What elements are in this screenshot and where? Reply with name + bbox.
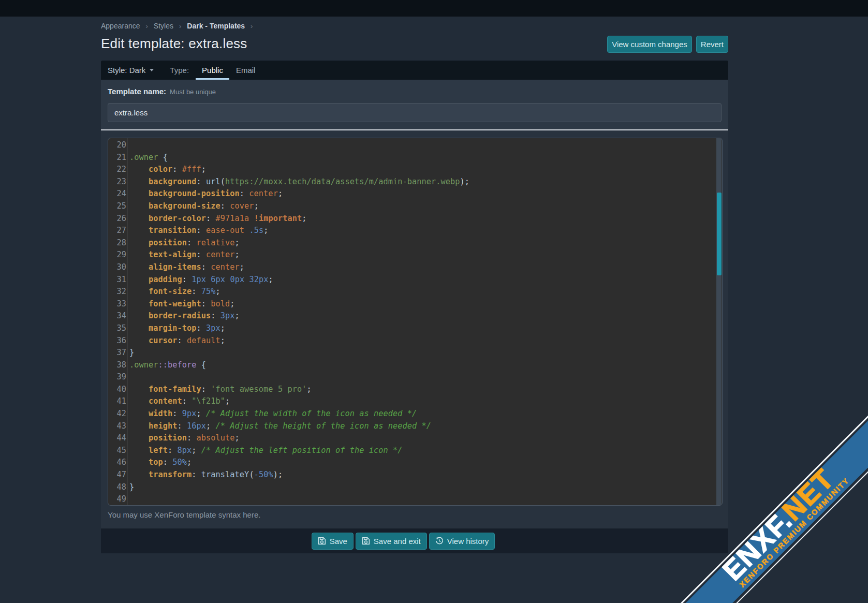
code-line-text: background: url(https://moxx.tech/data/a… xyxy=(129,176,716,188)
line-number: 34 xyxy=(108,310,129,322)
view-history-button[interactable]: View history xyxy=(429,533,495,550)
active-tab-underline xyxy=(196,78,229,80)
editor-hint: You may use XenForo template syntax here… xyxy=(108,510,723,519)
watermark-brand-net: NET xyxy=(776,463,840,526)
revert-button[interactable]: Revert xyxy=(696,36,728,53)
code-line-text: font-weight: bold; xyxy=(129,298,716,311)
code-lines: 2021.owner {22 color: #fff;23 background… xyxy=(108,139,716,506)
code-line-text xyxy=(129,371,716,384)
code-line: 35 margin-top: 3px; xyxy=(108,322,716,335)
line-number: 49 xyxy=(108,493,129,506)
page-title: Edit template: extra.less xyxy=(101,35,247,52)
line-number: 33 xyxy=(108,298,129,311)
tab-email[interactable]: Email xyxy=(236,61,256,80)
code-line: 27 transition: ease-out .5s; xyxy=(108,225,716,237)
editor-section: 2021.owner {22 color: #fff;23 background… xyxy=(101,130,728,528)
watermark-subtitle: XENFORO PREMIUM COMMUNITY xyxy=(738,476,850,589)
template-name-input[interactable] xyxy=(108,103,722,122)
line-number: 23 xyxy=(108,176,129,188)
code-line: 22 color: #fff; xyxy=(108,164,716,176)
breadcrumb-separator-icon: › xyxy=(146,22,148,30)
line-number: 43 xyxy=(108,420,129,433)
code-line-text: background-position: center; xyxy=(129,188,716,200)
save-icon xyxy=(318,537,326,545)
line-number: 20 xyxy=(108,139,129,152)
save-icon xyxy=(362,537,370,545)
code-line: 44 position: absolute; xyxy=(108,432,716,445)
code-line-text: position: relative; xyxy=(129,237,716,249)
style-chooser[interactable]: Style: Dark xyxy=(101,66,154,75)
save-and-exit-button[interactable]: Save and exit xyxy=(356,533,427,550)
line-number: 36 xyxy=(108,335,129,347)
page-content: Appearance › Styles › Dark - Templates ›… xyxy=(101,17,728,553)
code-line: 40 font-family: 'font awesome 5 pro'; xyxy=(108,384,716,396)
template-name-explain: Must be unique xyxy=(170,88,216,96)
line-number: 29 xyxy=(108,249,129,261)
code-line-text: margin-top: 3px; xyxy=(129,322,716,335)
code-line-text: align-items: center; xyxy=(129,261,716,274)
breadcrumb-item-styles[interactable]: Styles xyxy=(154,22,173,30)
code-line: 31 padding: 1px 6px 0px 32px; xyxy=(108,274,716,286)
code-line: 25 background-size: cover; xyxy=(108,200,716,213)
code-line-text: transform: translateY(-50%); xyxy=(129,469,716,481)
code-line-text: height: 16px; /* Adjust the height of th… xyxy=(129,420,716,433)
code-line-text: .owner { xyxy=(129,152,716,164)
save-and-exit-button-label: Save and exit xyxy=(374,537,421,545)
line-number: 37 xyxy=(108,347,129,359)
code-line-text: top: 50%; xyxy=(129,457,716,469)
editor-scrollbar-thumb[interactable] xyxy=(717,193,722,275)
line-number: 48 xyxy=(108,481,129,494)
tab-public-label: Public xyxy=(202,66,223,75)
breadcrumb-item-appearance[interactable]: Appearance xyxy=(101,22,140,30)
code-line-text: font-family: 'font awesome 5 pro'; xyxy=(129,384,716,396)
breadcrumb-separator-icon: › xyxy=(251,22,253,30)
code-line: 37} xyxy=(108,347,716,359)
history-icon xyxy=(435,537,444,545)
code-line: 45 left: 8px; /* Adjust the left positio… xyxy=(108,445,716,457)
tab-email-label: Email xyxy=(236,66,256,75)
footer-action-bar: Save Save and exit View history xyxy=(101,528,728,553)
tab-public[interactable]: Public xyxy=(201,61,224,80)
code-line: 42 width: 9px; /* Adjust the width of th… xyxy=(108,408,716,420)
code-line: 28 position: relative; xyxy=(108,237,716,249)
code-line: 46 top: 50%; xyxy=(108,457,716,469)
line-number: 22 xyxy=(108,164,129,176)
line-number: 26 xyxy=(108,213,129,225)
line-number: 24 xyxy=(108,188,129,200)
code-line: 29 text-align: center; xyxy=(108,249,716,261)
code-line-text: transition: ease-out .5s; xyxy=(129,225,716,237)
line-number: 30 xyxy=(108,261,129,274)
save-button[interactable]: Save xyxy=(312,533,354,550)
code-line: 48} xyxy=(108,481,716,494)
watermark-brand-dot: . xyxy=(770,505,798,533)
code-line-text: content: "\f21b"; xyxy=(129,395,716,408)
code-line-text: .owner::before { xyxy=(129,359,716,372)
view-custom-changes-button[interactable]: View custom changes xyxy=(607,36,692,53)
code-line-text: text-align: center; xyxy=(129,249,716,261)
code-line-text: left: 8px; /* Adjust the left position o… xyxy=(129,445,716,457)
template-name-block: Template name: Must be unique xyxy=(101,80,728,129)
code-line-text: padding: 1px 6px 0px 32px; xyxy=(129,274,716,286)
line-number: 46 xyxy=(108,457,129,469)
code-line: 24 background-position: center; xyxy=(108,188,716,200)
page-header: Edit template: extra.less View custom ch… xyxy=(101,35,728,53)
template-tab-bar: Style: Dark Type: Public Email xyxy=(101,61,728,80)
code-line-text: border-radius: 3px; xyxy=(129,310,716,322)
code-editor[interactable]: 2021.owner {22 color: #fff;23 background… xyxy=(108,138,723,506)
header-actions: View custom changes Revert xyxy=(607,35,728,53)
type-label: Type: xyxy=(170,66,189,75)
code-line: 39 xyxy=(108,371,716,384)
code-line-text: width: 9px; /* Adjust the width of the i… xyxy=(129,408,716,420)
admin-top-bar xyxy=(0,0,868,17)
editor-scrollbar-track[interactable] xyxy=(716,138,722,505)
code-line-text: font-size: 75%; xyxy=(129,286,716,298)
line-number: 35 xyxy=(108,322,129,335)
code-line: 33 font-weight: bold; xyxy=(108,298,716,311)
breadcrumb-item-dark-templates[interactable]: Dark - Templates xyxy=(187,22,245,30)
line-number: 38 xyxy=(108,359,129,372)
line-number: 27 xyxy=(108,225,129,237)
breadcrumb-separator-icon: › xyxy=(179,22,181,30)
line-number: 41 xyxy=(108,395,129,408)
line-number: 40 xyxy=(108,384,129,396)
template-name-label: Template name: xyxy=(108,87,166,96)
